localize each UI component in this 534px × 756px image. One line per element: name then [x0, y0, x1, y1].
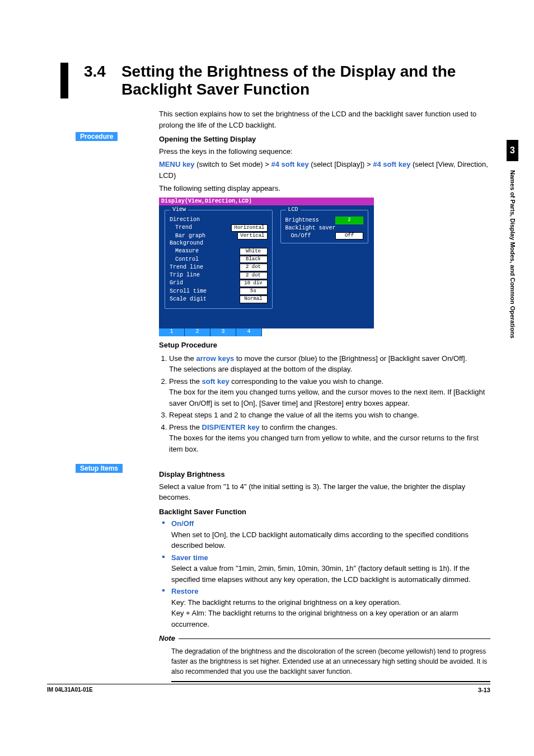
- softkey-3[interactable]: 3: [210, 328, 236, 336]
- doc-id: IM 04L31A01-01E: [47, 687, 93, 693]
- soft-key-label: soft key: [202, 377, 229, 386]
- step-1: Use the arrow keys to move the cursor (b…: [169, 353, 490, 375]
- opening-heading: Opening the Setting Display: [159, 134, 490, 145]
- backlight-onoff-value: Off: [335, 232, 363, 240]
- chapter-number: 3: [507, 140, 518, 161]
- bullet-icon: [162, 556, 165, 558]
- setup-items-badge: Setup Items: [76, 464, 123, 473]
- softkey-bar: 1 2 3 4: [159, 328, 374, 336]
- bullet-restore: Restore Key: The backlight returns to th…: [159, 586, 490, 630]
- note-rule-icon: [179, 638, 490, 639]
- section-number: 3.4: [84, 63, 106, 81]
- step-3: Repeat steps 1 and 2 to change the value…: [169, 410, 490, 421]
- title-bar-icon: [60, 63, 68, 98]
- chapter-label: Names of Parts, Display Modes, and Commo…: [509, 166, 516, 343]
- bullet-onoff: On/Off When set to [On], the LCD backlig…: [159, 518, 490, 551]
- disp-enter-key-label: DISP/ENTER key: [202, 423, 260, 431]
- intro-text: This section explains how to set the bri…: [159, 109, 490, 130]
- screenshot-titlebar: Display(View,Direction,LCD): [159, 198, 374, 206]
- display-brightness-heading: Display Brightness: [159, 469, 490, 480]
- view-panel-title: View: [170, 206, 188, 214]
- setup-steps: Use the arrow keys to move the cursor (b…: [169, 353, 490, 455]
- softkey4-label-2: #4 soft key: [373, 160, 410, 168]
- step-2: Press the soft key corresponding to the …: [169, 376, 490, 409]
- setup-procedure-heading: Setup Procedure: [159, 340, 490, 351]
- page-number: 3-13: [478, 687, 490, 693]
- page-footer: IM 04L31A01-01E 3-13: [47, 684, 490, 693]
- view-panel: Direction TrendHorizontal Bar graphVerti…: [165, 210, 273, 308]
- chapter-tab: 3 Names of Parts, Display Modes, and Com…: [507, 140, 518, 343]
- bullet-saver-time: Saver time Select a value from "1min, 2m…: [159, 552, 490, 585]
- softkey4-label-1: #4 soft key: [271, 160, 309, 168]
- bullet-icon: [162, 589, 165, 591]
- lcd-panel-title: LCD: [286, 206, 301, 214]
- softkey-2[interactable]: 2: [185, 328, 210, 336]
- backlight-saver-heading: Backlight Saver Function: [159, 506, 490, 518]
- backlight-bullets: On/Off When set to [On], the LCD backlig…: [159, 518, 490, 630]
- softkey-1[interactable]: 1: [159, 328, 185, 336]
- section-title: Setting the Brightness of the Display an…: [121, 63, 490, 98]
- note-heading: Note: [159, 633, 175, 644]
- device-screenshot: Display(View,Direction,LCD) View Directi…: [159, 198, 374, 337]
- display-brightness-body: Select a value from "1 to 4" (the initia…: [159, 481, 490, 503]
- note-body: The degradation of the brightness and th…: [171, 646, 490, 682]
- arrow-keys-label: arrow keys: [196, 354, 234, 363]
- key-sequence: MENU key (switch to Set mode) > #4 soft …: [159, 159, 490, 181]
- bullet-icon: [162, 522, 165, 524]
- note-heading-row: Note: [159, 633, 490, 644]
- opening-line3: The following setting display appears.: [159, 183, 490, 194]
- procedure-badge: Procedure: [76, 132, 118, 141]
- brightness-value: 2: [335, 217, 363, 224]
- section-header: 3.4 Setting the Brightness of the Displa…: [60, 63, 490, 98]
- menu-key-label: MENU key: [159, 160, 195, 168]
- softkey-4[interactable]: 4: [236, 328, 262, 336]
- lcd-panel: Brightness2 Backlight saver On/OffOff: [280, 210, 369, 243]
- step-4: Press the DISP/ENTER key to confirm the …: [169, 422, 490, 455]
- opening-line1: Press the keys in the following sequence…: [159, 146, 490, 157]
